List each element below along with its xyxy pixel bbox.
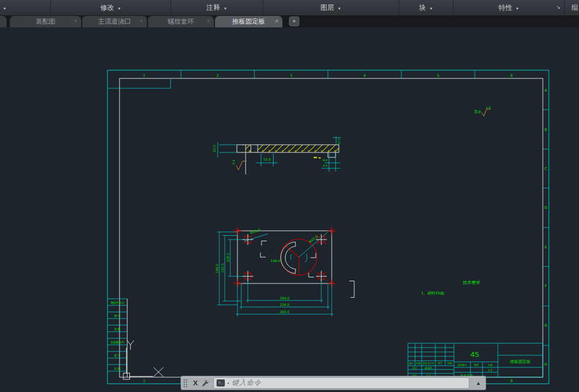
sheet-frame[interactable]: 1 2 3 4 5 6 1 2 3 4 5 6 A B C D E F G H [107,70,549,384]
ribbon-panel-partial-right[interactable]: 组 [565,0,579,15]
svg-text:处数: 处数 [416,362,421,365]
center-boss[interactable] [281,239,317,275]
tech-notes-line1[interactable]: 1、材料45钢。 [421,291,447,296]
dim-hole-offset[interactable]: 15.0 [263,157,271,161]
svg-text:通用件登记: 通用件登记 [111,301,124,305]
svg-text:2: 2 [217,73,219,78]
command-prompt-icon: >_ [217,379,225,387]
svg-text:签字: 签字 [438,362,443,365]
ribbon-panel-layers[interactable]: 图层 ▼ [263,0,399,15]
hole-top-right[interactable] [316,234,327,245]
close-icon[interactable]: × [140,18,143,24]
title-block-rows: 设计 标准化 审核 工艺 [412,366,433,377]
surface-note-value: 1.6 [486,106,491,109]
ucs-y-axis [127,340,134,350]
chevron-down-icon: ▼ [515,5,519,10]
stage-label: 阶段标记 [458,363,468,367]
dim-width-inner[interactable]: 194.0 [280,296,290,300]
scale-value: 1:2 [488,368,492,372]
tab-label: 主流道浇口 [98,17,131,26]
new-tab-button[interactable]: + [289,16,299,26]
svg-text:日期: 日期 [447,362,452,365]
tab-label: 推板固定板 [232,17,265,26]
svg-text:设计: 设计 [412,366,418,370]
chevron-down-icon: ▼ [224,5,228,10]
ribbon-panel-properties[interactable]: 特性 ▼ ↘ [453,0,565,15]
command-line-bar[interactable]: X >_ ▾ 键入命令 ▲ [181,376,486,390]
tab-threaded-collar[interactable]: 螺纹套环 × [148,16,214,27]
tech-notes-heading[interactable]: 技术要求 [462,280,480,285]
tab-pusher-plate-active[interactable]: 推板固定板 × [215,16,282,27]
ribbon-panel-modify[interactable]: 修改 ▼ [51,0,171,15]
margin-registration-table[interactable]: 通用件登记 图 号 张 数 旧底图总号 签 字 日 期 [107,299,127,377]
registration-labels: 通用件登记 图 号 张 数 旧底图总号 签 字 日 期 [111,301,124,371]
dim-height-mid[interactable]: 132.0 [220,263,224,273]
close-icon[interactable]: X [193,379,198,387]
tab-main-runner-gate[interactable]: 主流道浇口 × [82,16,147,27]
section-mark [349,281,354,298]
ribbon-panel-annotate-label: 注释 [207,3,220,13]
technical-notes[interactable]: 技术要求 1、材料45钢。 [421,280,480,296]
tab-label: 装配图 [36,17,55,26]
expand-history-icon[interactable]: ▲ [476,380,481,386]
chevron-down-icon[interactable]: ▾ [228,381,229,385]
svg-text:H: H [544,362,547,367]
svg-text:更改文件号: 更改文件号 [423,362,435,365]
corner-target-marks [233,226,336,288]
chevron-down-icon: ▼ [338,5,342,10]
panel-overflow-arrow-icon[interactable]: ↘ [556,4,560,10]
title-block[interactable]: 标记 处数 更改文件号 签字 日期 设计 标准化 审核 工艺 45 阶段标记 数… [408,343,543,377]
dim-step-a[interactable]: 8.0 [323,158,327,162]
ribbon-panel-block[interactable]: 块 ▼ [399,0,453,15]
plan-view[interactable]: 140.0° R45.0 Ø15.0 194.0 234.0 260.0 148… [215,226,355,316]
part-name[interactable]: 推板固定板 [510,359,531,364]
close-icon[interactable]: × [275,18,279,24]
ribbon-bar: ▼ 修改 ▼ 注释 ▼ 图层 ▼ 块 ▼ 特性 ▼ ↘ 组 [0,0,579,16]
section-view[interactable]: 20.0 15.0 10.0 8.0 4.0 0.4 [212,137,341,174]
dim-width-mid[interactable]: 234.0 [280,303,290,306]
chevron-down-icon: ▼ [429,5,433,10]
ribbon-panel-block-label: 块 [419,3,426,13]
material-grade[interactable]: 45 [470,350,480,359]
dim-angle[interactable]: 140.0° [271,259,282,263]
chevron-down-icon: ▼ [117,5,121,10]
ucs-icon [123,340,163,379]
customize-wrench-icon[interactable] [201,379,209,387]
drag-handle-icon[interactable] [183,379,188,387]
dim-hole-diameter[interactable]: Ø15.0 [249,228,260,235]
roughness-symbol-icon [482,109,491,116]
svg-text:5: 5 [437,73,439,78]
svg-text:标准化: 标准化 [424,366,433,370]
svg-text:旧底图总号: 旧底图总号 [111,340,124,344]
tab-assembly-drawing[interactable]: 装配图 × [10,16,81,27]
dim-height-outer[interactable]: 148.0 [215,264,219,274]
dim-thickness[interactable]: 20.0 [212,145,216,152]
close-icon[interactable]: × [207,18,210,24]
svg-text:3: 3 [290,73,292,78]
title-block-header: 标记 处数 更改文件号 签字 日期 [409,362,452,365]
svg-text:1: 1 [143,73,145,78]
command-input[interactable]: >_ ▾ 键入命令 [213,377,469,389]
svg-text:标记: 标记 [409,362,414,365]
dim-height-inner[interactable]: 108.0 [226,253,230,263]
drawing-tab-bar: 装配图 × 主流道浇口 × 螺纹套环 × 推板固定板 × + [0,15,579,27]
surface-roughness-note[interactable]: 其余 1.6 [474,106,491,116]
ucs-x-axis [154,367,163,377]
roughness-symbol-icon [236,161,247,170]
surface-note-prefix: 其余 [474,110,482,114]
ribbon-panel-partial-left[interactable]: ▼ [0,0,51,15]
weld-mark [319,157,321,158]
dim-step-b[interactable]: 4.0 [323,164,327,167]
ribbon-panel-annotate[interactable]: 注释 ▼ [171,0,263,15]
svg-text:图 号: 图 号 [114,314,121,318]
svg-text:E: E [544,245,547,249]
drawing-canvas[interactable]: 1 2 3 4 5 6 1 2 3 4 5 6 A B C D E F G H [0,0,579,392]
dim-step-top[interactable]: 10.0 [337,138,340,145]
svg-text:6: 6 [510,73,513,78]
ribbon-panel-properties-label: 特性 [498,3,512,13]
dim-width-outer[interactable]: 260.0 [280,310,290,314]
close-icon[interactable]: × [74,18,77,24]
roughness-value[interactable]: 0.4 [232,160,235,164]
dim-radius[interactable]: R45.0 [308,235,318,244]
svg-text:1: 1 [143,379,145,383]
